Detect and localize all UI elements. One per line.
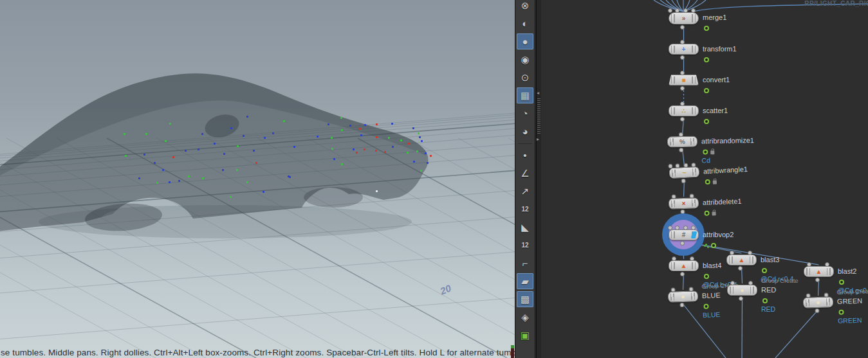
headlight-only-button[interactable]: ◐ [517, 15, 533, 31]
node-body[interactable]: ● [727, 285, 757, 296]
node-transform1[interactable]: + transform1 [669, 44, 699, 55]
node-flag-left[interactable] [729, 256, 734, 264]
display-badge-icon[interactable] [711, 243, 716, 248]
hq-lighting-shadows-button[interactable]: ⊙ [517, 69, 533, 85]
display-badge-icon[interactable] [703, 304, 708, 309]
no-lighting-button[interactable]: ⊗ [517, 0, 533, 13]
display-point-normals-button[interactable]: ∠ [517, 165, 533, 181]
node-flag-left[interactable] [806, 268, 811, 275]
pane-collapse-left-icon[interactable]: ◂ [537, 91, 539, 96]
node-name-label[interactable]: blast2 [838, 267, 856, 275]
node-body[interactable]: ~ [669, 166, 700, 179]
display-prim-numbers-button[interactable]: 12 [517, 237, 533, 253]
node-flag-right[interactable] [692, 199, 696, 206]
shade-open-curves-button[interactable]: ▰ [517, 273, 533, 289]
node-flag-left[interactable] [672, 170, 677, 177]
node-convert1[interactable]: ■ convert1 [669, 75, 699, 85]
input-connector[interactable] [807, 262, 811, 267]
node-body[interactable]: ● [668, 291, 699, 303]
output-connector[interactable] [680, 25, 685, 30]
input-connector[interactable] [680, 71, 685, 75]
node-flag-right[interactable] [692, 76, 696, 84]
node-BLUE[interactable]: ● Group CreateBLUEBLUE [668, 291, 699, 303]
vop-badge-icon[interactable] [704, 245, 706, 247]
node-flag-left[interactable] [671, 14, 676, 22]
high-quality-lighting-button[interactable]: ◉ [517, 51, 533, 67]
node-body[interactable]: ▲ [726, 255, 757, 265]
display-badge-icon[interactable] [704, 211, 709, 216]
input-connector[interactable] [691, 8, 696, 13]
output-connector[interactable] [680, 86, 685, 91]
display-badge-icon[interactable] [704, 88, 709, 93]
output-connector[interactable] [680, 241, 685, 246]
lock-badge-icon[interactable] [710, 150, 714, 154]
display-badge-icon[interactable] [704, 57, 709, 62]
input-connector[interactable] [675, 8, 679, 13]
node-flag-right[interactable] [750, 256, 754, 264]
node-body[interactable]: + [669, 44, 699, 55]
node-flag-left[interactable] [671, 46, 676, 53]
node-attribrandomize1[interactable]: % attribrandomize1Cd [667, 136, 697, 148]
node-body[interactable]: × [669, 197, 699, 210]
display-points-button[interactable]: • [517, 147, 533, 163]
lock-badge-icon[interactable] [712, 211, 716, 215]
car-model[interactable] [0, 0, 515, 358]
output-connector[interactable] [680, 55, 685, 60]
ghost-other-objects-button[interactable]: ◕ [517, 123, 533, 139]
input-connector[interactable] [730, 281, 735, 285]
node-name-label[interactable]: RED [761, 286, 776, 294]
node-flag-right[interactable] [692, 107, 696, 114]
node-flag-left[interactable] [671, 231, 676, 238]
node-body[interactable]: # [669, 229, 699, 240]
node-flag-left[interactable] [670, 138, 674, 145]
node-flag-left[interactable] [671, 262, 676, 269]
node-blast2[interactable]: ▲ blast2@Cd.g<0.4 [804, 266, 834, 277]
input-connector[interactable] [690, 256, 694, 261]
network-editor[interactable]: RP/LIGHT_CAR_RIG » merge1 + transform1 ■… [541, 0, 868, 358]
node-attribdelete1[interactable]: × attribdelete1 [669, 197, 699, 210]
output-connector[interactable] [679, 148, 683, 152]
node-flag-left[interactable] [730, 287, 734, 294]
input-connector[interactable] [683, 8, 688, 13]
input-connector[interactable] [672, 256, 676, 261]
output-connector[interactable] [739, 296, 743, 301]
node-body[interactable]: ∴ [669, 105, 699, 116]
output-connector[interactable] [815, 278, 820, 282]
node-name-label[interactable]: transform1 [703, 45, 737, 53]
output-connector[interactable] [680, 272, 685, 276]
input-connector[interactable] [675, 226, 679, 230]
input-connector[interactable] [668, 226, 672, 230]
node-flag-right[interactable] [692, 262, 696, 269]
node-flag-right[interactable] [690, 138, 695, 145]
input-connector[interactable] [679, 132, 683, 137]
node-GREEN[interactable]: ● Group CreateGREENGREEN [803, 296, 834, 309]
node-flag-right[interactable] [692, 46, 696, 53]
input-connector[interactable] [748, 281, 753, 285]
node-body[interactable]: % [667, 136, 697, 148]
node-flag-right[interactable] [692, 14, 696, 22]
output-connector[interactable] [738, 266, 743, 271]
node-body[interactable]: ● [803, 296, 834, 309]
lock-badge-icon[interactable] [713, 180, 717, 184]
node-name-label[interactable]: BLUE [702, 291, 721, 300]
display-badge-icon[interactable] [839, 280, 844, 285]
displacement-button[interactable]: ▦ [517, 87, 533, 103]
node-attribvop2[interactable]: # attribvop2 [669, 229, 699, 240]
node-scatter1[interactable]: ∴ scatter1 [669, 105, 699, 116]
node-body[interactable]: » [669, 12, 699, 24]
pane-collapse-right-icon[interactable]: ▸ [537, 137, 539, 142]
display-badge-icon[interactable] [838, 310, 844, 315]
node-flag-right[interactable] [827, 268, 831, 275]
node-name-label[interactable]: attribvop2 [703, 231, 734, 238]
display-badge-icon[interactable] [762, 268, 767, 273]
display-badge-icon[interactable] [704, 274, 709, 279]
display-prim-profiles-button[interactable]: ⌐ [517, 255, 533, 271]
node-flag-left[interactable] [671, 107, 676, 114]
node-attribwrangle1[interactable]: ~ attribwrangle1 [669, 166, 700, 179]
input-connector[interactable] [825, 262, 829, 267]
input-connector[interactable] [730, 251, 734, 255]
display-badge-icon[interactable] [705, 179, 710, 184]
node-flag-right[interactable] [750, 287, 755, 294]
display-badge-icon[interactable] [762, 298, 768, 303]
node-flag-left[interactable] [671, 200, 676, 207]
